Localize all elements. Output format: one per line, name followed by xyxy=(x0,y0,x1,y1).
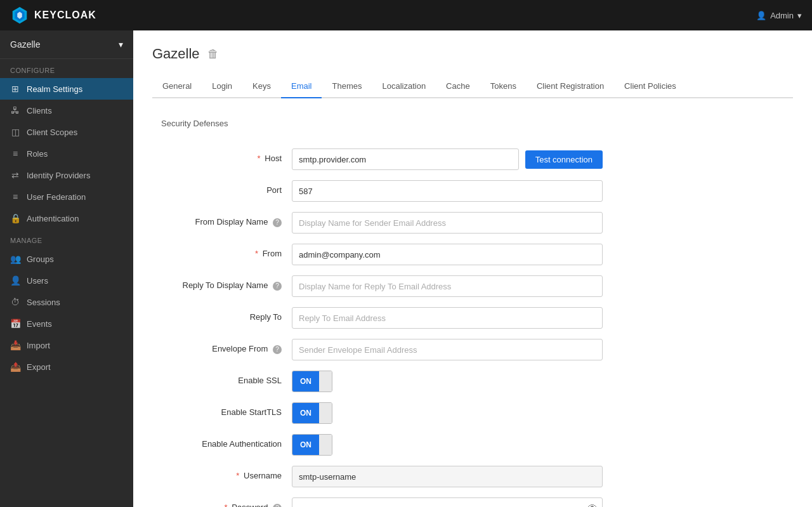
reply-to-display-name-row: Reply To Display Name ? xyxy=(152,275,755,297)
password-input[interactable] xyxy=(292,497,603,507)
delete-icon[interactable]: 🗑 xyxy=(207,48,219,61)
host-label: * Host xyxy=(152,148,292,163)
port-input[interactable] xyxy=(292,180,603,202)
reply-to-control xyxy=(292,307,603,329)
enable-auth-control: ON xyxy=(292,434,603,456)
tab-general[interactable]: General xyxy=(152,75,202,98)
sidebar-item-label: Groups xyxy=(27,254,54,264)
reply-to-input[interactable] xyxy=(292,307,603,329)
password-required-star: * xyxy=(225,503,228,507)
sessions-icon: ⏱ xyxy=(10,297,20,307)
sidebar-item-label: Export xyxy=(27,362,51,372)
groups-icon: 👥 xyxy=(10,254,20,264)
user-label: Admin xyxy=(770,11,794,20)
tab-email[interactable]: Email xyxy=(281,75,322,98)
sidebar-item-label: Sessions xyxy=(27,298,60,307)
sidebar-item-realm-settings[interactable]: ⊞ Realm Settings xyxy=(0,78,133,100)
enable-ssl-row: Enable SSL ON xyxy=(152,371,755,392)
sidebar-item-label: Identity Providers xyxy=(27,171,90,180)
enable-starttls-toggle[interactable]: ON xyxy=(292,402,603,424)
tab-login[interactable]: Login xyxy=(202,75,242,98)
show-password-button[interactable]: 👁 xyxy=(587,503,598,507)
configure-section-label: Configure xyxy=(0,59,133,78)
sidebar-item-user-federation[interactable]: ≡ User Federation xyxy=(0,186,133,207)
sidebar-item-authentication[interactable]: 🔒 Authentication xyxy=(0,207,133,229)
logo: KEYCLOAK xyxy=(10,6,96,25)
clients-icon: 🖧 xyxy=(10,105,20,115)
password-help-icon[interactable]: ? xyxy=(273,504,282,507)
user-icon: 👤 xyxy=(756,11,766,20)
from-label: * From xyxy=(152,244,292,258)
tab-localization[interactable]: Localization xyxy=(372,75,436,98)
username-input[interactable] xyxy=(292,466,603,487)
authentication-icon: 🔒 xyxy=(10,213,20,223)
sidebar-item-identity-providers[interactable]: ⇄ Identity Providers xyxy=(0,164,133,186)
page-title: Gazelle xyxy=(152,46,200,62)
enable-auth-label: Enable Authentication xyxy=(152,434,292,449)
from-display-name-input[interactable] xyxy=(292,212,603,234)
host-control: Test connection xyxy=(292,148,603,170)
import-icon: 📥 xyxy=(10,340,20,350)
enable-auth-toggle[interactable]: ON xyxy=(292,434,603,456)
topbar: KEYCLOAK 👤 Admin ▾ xyxy=(0,0,812,30)
tab-tokens[interactable]: Tokens xyxy=(480,75,527,98)
reply-to-display-name-input[interactable] xyxy=(292,275,603,297)
from-display-name-help-icon[interactable]: ? xyxy=(273,218,282,227)
password-label: * Password ? xyxy=(152,497,292,507)
password-control: 👁 xyxy=(292,497,603,507)
from-display-name-control xyxy=(292,212,603,234)
tab-cache[interactable]: Cache xyxy=(436,75,480,98)
username-control xyxy=(292,466,603,487)
enable-auth-row: Enable Authentication ON xyxy=(152,434,755,456)
tab-keys[interactable]: Keys xyxy=(242,75,281,98)
host-required-star: * xyxy=(258,154,261,163)
tab-client-policies[interactable]: Client Policies xyxy=(614,75,686,98)
sidebar-item-roles[interactable]: ≡ Roles xyxy=(0,143,133,164)
realm-chevron: ▾ xyxy=(119,39,123,49)
reply-to-row: Reply To xyxy=(152,307,755,329)
user-menu[interactable]: 👤 Admin ▾ xyxy=(756,11,802,20)
envelope-from-row: Envelope From ? xyxy=(152,339,755,360)
enable-ssl-toggle[interactable]: ON xyxy=(292,371,603,392)
user-chevron: ▾ xyxy=(797,11,802,20)
sidebar-item-label: Import xyxy=(27,341,50,350)
sidebar-item-export[interactable]: 📤 Export xyxy=(0,356,133,378)
reply-to-label: Reply To xyxy=(152,307,292,322)
sidebar-item-label: Authentication xyxy=(27,214,79,223)
envelope-from-help-icon[interactable]: ? xyxy=(273,345,282,354)
host-input[interactable] xyxy=(292,148,519,170)
password-wrap: 👁 xyxy=(292,497,603,507)
from-row: * From xyxy=(152,244,755,265)
host-row: * Host Test connection xyxy=(152,148,755,170)
username-label: * Username xyxy=(152,466,292,480)
reply-to-display-name-help-icon[interactable]: ? xyxy=(273,282,282,291)
test-connection-button[interactable]: Test connection xyxy=(525,150,603,169)
tab-themes[interactable]: Themes xyxy=(322,75,372,98)
sidebar-item-events[interactable]: 📅 Events xyxy=(0,313,133,334)
sidebar-item-users[interactable]: 👤 Users xyxy=(0,270,133,291)
from-input[interactable] xyxy=(292,244,603,265)
from-required-star: * xyxy=(255,249,258,258)
sidebar-item-groups[interactable]: 👥 Groups xyxy=(0,248,133,270)
envelope-from-label: Envelope From ? xyxy=(152,339,292,354)
sidebar: Gazelle ▾ Configure ⊞ Realm Settings 🖧 C… xyxy=(0,30,133,507)
envelope-from-input[interactable] xyxy=(292,339,603,360)
sidebar-item-client-scopes[interactable]: ◫ Client Scopes xyxy=(0,121,133,143)
password-row: * Password ? 👁 xyxy=(152,497,755,507)
sidebar-item-clients[interactable]: 🖧 Clients xyxy=(0,100,133,121)
port-control xyxy=(292,180,603,202)
enable-starttls-label: Enable StartTLS xyxy=(152,402,292,417)
user-federation-icon: ≡ xyxy=(10,192,20,202)
reply-to-display-name-label: Reply To Display Name ? xyxy=(152,275,292,291)
realm-name: Gazelle xyxy=(10,39,40,49)
auth-off-label xyxy=(319,435,332,455)
from-control xyxy=(292,244,603,265)
auth-on-label: ON xyxy=(292,435,319,455)
tab-client-registration[interactable]: Client Registration xyxy=(527,75,614,98)
sub-tab-security-defenses[interactable]: Security Defenses xyxy=(152,114,237,135)
sidebar-item-sessions[interactable]: ⏱ Sessions xyxy=(0,291,133,313)
realm-selector[interactable]: Gazelle ▾ xyxy=(0,30,133,59)
sidebar-item-import[interactable]: 📥 Import xyxy=(0,334,133,356)
users-icon: 👤 xyxy=(10,275,20,286)
sidebar-item-label: User Federation xyxy=(27,192,86,202)
